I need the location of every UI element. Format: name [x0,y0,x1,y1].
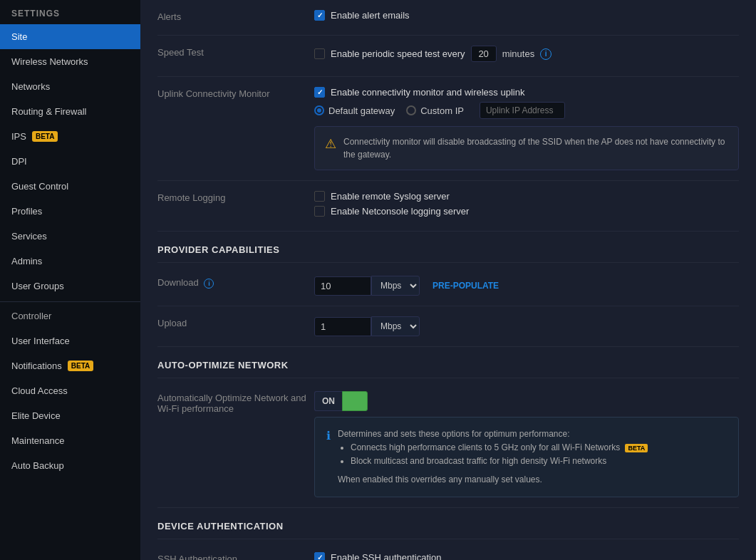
sidebar-item-profiles[interactable]: Profiles [0,199,140,224]
uplink-warning-text: Connectivity monitor will disable broadc… [343,135,728,161]
sidebar-item-site[interactable]: Site [0,24,140,49]
bullet1-badge: BETA [625,444,648,452]
syslog-checkbox[interactable] [314,191,325,202]
bullet2-text: Block multicast and broadcast traffic fo… [351,455,648,468]
alerts-enable-label: Enable alert emails [331,10,410,21]
sidebar-item-admins[interactable]: Admins [0,249,140,274]
download-input-group: Mbps Gbps Kbps [314,276,420,296]
default-gateway-label: Default gateway [328,105,395,116]
device-auth-section: DEVICE AUTHENTICATION [157,508,739,539]
auto-optimize-info-icon: ℹ [326,429,331,442]
sidebar-item-guest-control[interactable]: Guest Control [0,174,140,199]
custom-ip-option[interactable]: Custom IP [406,105,464,116]
alerts-content: Enable alert emails [314,10,739,25]
remote-logging-label: Remote Logging [157,191,314,203]
auto-optimize-info-box: ℹ Determines and sets these options for … [314,417,739,497]
uplink-ip-input[interactable] [480,102,565,119]
custom-ip-radio[interactable] [406,105,416,115]
notifications-badge: BETA [68,361,93,371]
sidebar-item-maintenance[interactable]: Maintenance [0,428,140,453]
speed-test-info-icon[interactable]: i [540,48,552,60]
ssh-auth-content: Enable SSH authentication Username ⊞ Pas… [314,552,739,560]
ssh-enable-checkbox[interactable] [314,552,325,560]
speed-test-content: Enable periodic speed test every minutes… [314,46,739,66]
sidebar-item-dpi[interactable]: DPI [0,149,140,174]
upload-row: Upload Mbps Gbps Kbps [157,306,739,347]
speed-test-checkbox[interactable] [314,48,325,59]
download-unit-select[interactable]: Mbps Gbps Kbps [371,276,420,296]
netconsole-checkbox-row[interactable]: Enable Netconsole logging server [314,206,739,217]
sidebar-header: SETTINGS [0,0,140,24]
ssh-enable-label: Enable SSH authentication [331,552,441,560]
sidebar-item-routing-firewall[interactable]: Routing & Firewall [0,99,140,124]
netconsole-checkbox[interactable] [314,206,325,217]
toggle-switch[interactable] [342,391,368,411]
sidebar-item-controller[interactable]: Controller [0,301,140,328]
sidebar-item-ips[interactable]: IPS BETA [0,124,140,149]
sidebar-item-services[interactable]: Services [0,224,140,249]
toggle-on-label: ON [314,391,342,411]
alerts-checkbox-row[interactable]: Enable alert emails [314,10,739,21]
speed-test-unit-label: minutes [502,48,535,59]
upload-content: Mbps Gbps Kbps [314,316,739,336]
syslog-label: Enable remote Syslog server [331,191,450,202]
sidebar-item-notifications[interactable]: Notifications BETA [0,353,140,378]
uplink-enable-label: Enable connectivity monitor and wireless… [331,87,524,98]
auto-optimize-row: Automatically Optimize Network and Wi-Fi… [157,381,739,508]
sidebar-item-user-groups[interactable]: User Groups [0,274,140,299]
uplink-monitor-checkbox[interactable] [314,87,325,98]
uplink-monitor-checkbox-row[interactable]: Enable connectivity monitor and wireless… [314,87,739,98]
ssh-enable-checkbox-row[interactable]: Enable SSH authentication [314,552,739,560]
pre-populate-button[interactable]: PRE-POPULATE [433,281,499,291]
uplink-monitor-label: Uplink Connectivity Monitor [157,87,314,99]
warning-icon: ⚠ [325,136,336,152]
auto-optimize-title: AUTO-OPTIMIZE NETWORK [157,360,289,370]
uplink-warning-box: ⚠ Connectivity monitor will disable broa… [314,126,739,170]
upload-label: Upload [157,316,314,328]
default-gateway-radio[interactable] [314,105,324,115]
speed-test-enable-label: Enable periodic speed test every [331,48,465,59]
download-content: Mbps Gbps Kbps PRE-POPULATE [314,276,739,296]
auto-optimize-info-text: Determines and sets these options for op… [338,427,648,487]
uplink-monitor-content: Enable connectivity monitor and wireless… [314,87,739,170]
sidebar-item-elite-device[interactable]: Elite Device [0,403,140,428]
auto-optimize-label: Automatically Optimize Network and Wi-Fi… [157,391,314,414]
main-content: Alerts Enable alert emails Speed Test En… [140,0,756,560]
info-title: Determines and sets these options for op… [338,427,648,441]
override-note: When enabled this overrides any manually… [338,473,648,487]
ssh-auth-row: SSH Authentication Enable SSH authentica… [157,542,739,560]
ssh-auth-label: SSH Authentication [157,552,314,560]
alerts-row: Alerts Enable alert emails [157,0,739,36]
sidebar-item-user-interface[interactable]: User Interface [0,328,140,353]
sidebar: SETTINGS Site Wireless Networks Networks… [0,0,140,560]
sidebar-item-auto-backup[interactable]: Auto Backup [0,453,140,478]
sidebar-item-wireless-networks[interactable]: Wireless Networks [0,49,140,74]
download-info-icon[interactable]: i [204,279,214,289]
auto-optimize-toggle[interactable]: ON [314,391,739,411]
ips-badge: BETA [32,131,58,142]
sidebar-item-cloud-access[interactable]: Cloud Access [0,378,140,403]
speed-test-row: Speed Test Enable periodic speed test ev… [157,36,739,77]
netconsole-label: Enable Netconsole logging server [331,206,469,217]
download-label: Download i [157,276,314,289]
download-row: Download i Mbps Gbps Kbps PRE-POPULATE [157,266,739,306]
auto-optimize-content: ON ℹ Determines and sets these options f… [314,391,739,497]
speed-test-interval-input[interactable] [471,46,497,62]
syslog-checkbox-row[interactable]: Enable remote Syslog server [314,191,739,202]
upload-unit-select[interactable]: Mbps Gbps Kbps [371,316,420,336]
speed-test-checkbox-row[interactable]: Enable periodic speed test every minutes… [314,46,739,62]
upload-value-input[interactable] [314,317,371,336]
speed-test-label: Speed Test [157,46,314,58]
bullet1-text: Connects high performance clients to 5 G… [351,442,620,452]
custom-ip-label: Custom IP [420,105,464,116]
auto-optimize-section: AUTO-OPTIMIZE NETWORK [157,347,739,378]
remote-logging-content: Enable remote Syslog server Enable Netco… [314,191,739,221]
provider-capabilities-title: PROVIDER CAPABILITIES [157,244,279,255]
alerts-checkbox[interactable] [314,10,325,21]
sidebar-item-networks[interactable]: Networks [0,74,140,99]
uplink-monitor-radio-row: Default gateway Custom IP [314,102,739,119]
alerts-label: Alerts [157,10,314,22]
remote-logging-row: Remote Logging Enable remote Syslog serv… [157,181,739,232]
download-value-input[interactable] [314,276,371,296]
default-gateway-option[interactable]: Default gateway [314,105,395,116]
